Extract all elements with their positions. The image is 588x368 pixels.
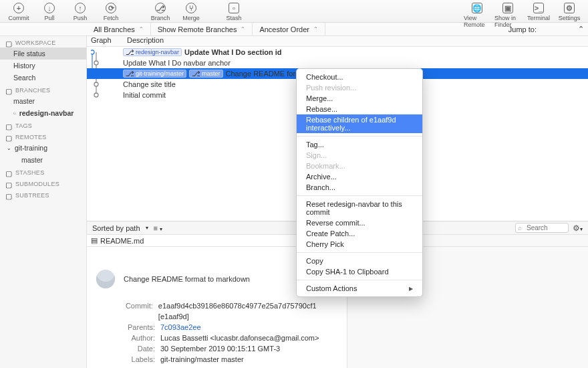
commit-author: Lucas Bassetti <lucasbr.dafonseca@gmail.… [160, 333, 319, 343]
view-remote-button[interactable]: 🌐View Remote [464, 3, 490, 28]
order-filter[interactable]: Ancestor Order⌃ [253, 23, 325, 35]
push-button[interactable]: ↑Push [67, 3, 94, 21]
stash-icon: ▫ [229, 3, 239, 13]
fetch-button[interactable]: ⟳Fetch [98, 3, 124, 21]
commit-button[interactable]: +Commit [5, 3, 32, 21]
commit-labels: git-training/master master [160, 354, 244, 365]
branch-icon: ⎇ [126, 70, 134, 78]
menu-item[interactable]: Branch... [297, 182, 422, 193]
pull-button[interactable]: ↓Pull [36, 3, 63, 21]
gear-icon[interactable]: ⚙▾ [573, 223, 583, 233]
jump-chevron-icon[interactable]: ⌃ [578, 25, 584, 33]
ref-tag[interactable]: ⎇master [189, 70, 223, 78]
branches-filter[interactable]: All Branches⌃ [87, 23, 151, 35]
section-icon: ▢ [5, 134, 12, 141]
section-icon: ▢ [5, 122, 12, 129]
pull-icon: ↓ [44, 3, 55, 13]
section-icon: ▢ [5, 39, 12, 46]
sort-label[interactable]: Sorted by path [92, 224, 140, 232]
settings-icon: ⚙ [564, 3, 575, 13]
list-mode-icon[interactable]: ≡ ▾ [154, 224, 162, 232]
context-menu: Checkout...Push revision...Merge...Rebas… [296, 68, 423, 297]
menu-item[interactable]: Archive... [297, 171, 422, 182]
menu-item[interactable]: Reverse commit... [297, 217, 422, 228]
sidebar-item-git-training[interactable]: ⌄ git-training [0, 142, 86, 154]
menu-item[interactable]: Tag... [297, 139, 422, 150]
sidebar-item-search[interactable]: Search [0, 72, 86, 84]
branch-button[interactable]: ⎇Branch [147, 3, 174, 21]
menu-item[interactable]: Reset redesign-navbar to this commit [297, 199, 422, 217]
commit-message: Update What I Do section id [184, 48, 281, 56]
section-icon: ▢ [5, 192, 12, 199]
menu-item[interactable]: Create Patch... [297, 228, 422, 239]
menu-item[interactable]: Rebase children of e1aaf9d interactively… [297, 114, 422, 133]
menu-item: Bookmark... [297, 161, 422, 171]
commit-row[interactable]: ⎇redesign-navbarUpdate What I Do section… [87, 47, 588, 58]
menu-item[interactable]: Custom Actions [297, 283, 422, 294]
sidebar-item-master[interactable]: master [0, 154, 86, 166]
branch-icon: ⎇ [192, 70, 200, 78]
commit-list-header: Graph Description [87, 36, 588, 47]
section-branches[interactable]: ▢BRANCHES [0, 84, 86, 95]
avatar [96, 270, 115, 288]
commit-message: Change site title [123, 80, 176, 88]
commit-date: 30 September 2019 00:15:11 GMT-3 [160, 343, 280, 354]
commit-message: Update What I Do navbar anchor [123, 59, 231, 67]
fetch-icon: ⟳ [106, 3, 116, 13]
branch-icon: ⎇ [155, 3, 166, 13]
remote-filter[interactable]: Show Remote Branches⌃ [151, 23, 253, 35]
menu-item[interactable]: Merge... [297, 93, 422, 104]
menu-item[interactable]: Copy [297, 256, 422, 266]
sidebar: ▢WORKSPACEFile statusHistorySearch▢BRANC… [0, 36, 87, 368]
section-workspace[interactable]: ▢WORKSPACE [0, 36, 86, 48]
header-description: Description [123, 36, 588, 46]
search-input[interactable] [515, 223, 569, 233]
search-icon: ⌕ [518, 224, 522, 232]
section-stashes[interactable]: ▢STASHES [0, 166, 86, 177]
menu-item[interactable]: Copy SHA-1 to Clipboard [297, 266, 422, 277]
commit-subject: Change README format to markdown [124, 275, 250, 283]
section-submodules[interactable]: ▢SUBMODULES [0, 177, 86, 189]
file-icon: ▤ [91, 236, 98, 245]
view remote-icon: 🌐 [472, 3, 482, 13]
chevron-down-icon: ⌄ [7, 145, 11, 151]
section-subtrees[interactable]: ▢SUBTREES [0, 189, 86, 200]
merge-icon: ⑂ [186, 3, 196, 13]
menu-item: Push revision... [297, 82, 422, 93]
jump-input[interactable] [541, 25, 574, 33]
commit-message: Initial commit [123, 91, 166, 99]
menu-item[interactable]: Rebase... [297, 104, 422, 114]
commit-row[interactable]: Update What I Do navbar anchor [87, 58, 588, 68]
merge-button[interactable]: ⑂Merge [178, 3, 204, 21]
commit-hash: e1aaf9d4cb39186e86078c4977e25a7d75790cf1… [158, 300, 337, 322]
sidebar-item-master[interactable]: master [0, 95, 86, 107]
section-icon: ▢ [5, 181, 12, 187]
toolbar: +Commit↓Pull↑Push⟳Fetch ⎇Branch⑂Merge ▫S… [0, 0, 588, 23]
section-icon: ▢ [5, 169, 12, 176]
header-graph: Graph [87, 36, 123, 46]
section-tags[interactable]: ▢TAGS [0, 119, 86, 130]
ref-tag[interactable]: ⎇redesign-navbar [123, 48, 182, 56]
show in finder-icon: ▣ [502, 3, 513, 13]
branch-icon: ⎇ [126, 48, 134, 56]
jump-label: Jump to: [508, 25, 537, 33]
menu-item[interactable]: Cherry Pick [297, 239, 422, 250]
menu-item: Sign... [297, 150, 422, 161]
sidebar-item-history[interactable]: History [0, 60, 86, 72]
terminal-icon: >_ [533, 3, 544, 13]
section-icon: ▢ [5, 87, 12, 94]
current-branch-icon: ○ [13, 111, 16, 115]
commit-icon: + [13, 3, 24, 13]
ref-tag[interactable]: ⎇git-training/master [123, 70, 186, 78]
push-icon: ↑ [75, 3, 86, 13]
sidebar-item-redesign-navbar[interactable]: ○ redesign-navbar [0, 107, 86, 119]
parent-link[interactable]: 7c093ae2ee [160, 323, 201, 331]
menu-item[interactable]: Checkout... [297, 72, 422, 82]
stash-button[interactable]: ▫Stash [220, 3, 247, 21]
section-remotes[interactable]: ▢REMOTES [0, 130, 86, 142]
sidebar-item-file-status[interactable]: File status [0, 48, 86, 60]
